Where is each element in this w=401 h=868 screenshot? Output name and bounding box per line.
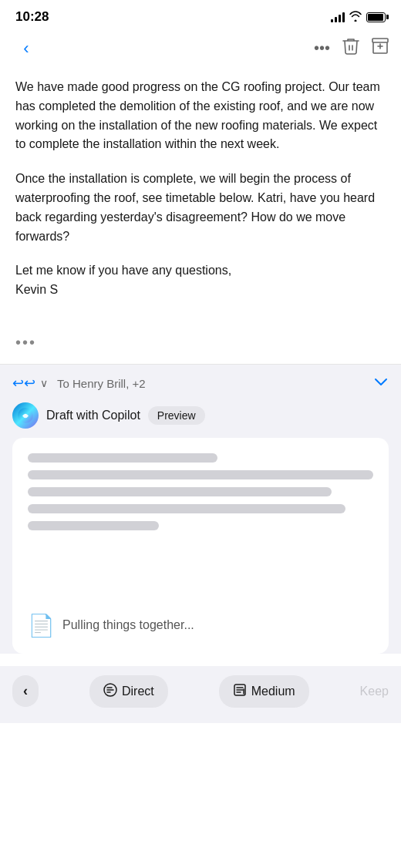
reply-button[interactable]: ↩↩: [12, 375, 35, 392]
nav-bar: ‹ •••: [0, 31, 401, 66]
delete-button[interactable]: [342, 37, 359, 59]
email-body: We have made good progress on the CG roo…: [15, 78, 386, 300]
reply-section: ↩↩ ∨ To Henry Brill, +2: [0, 365, 401, 654]
keep-button[interactable]: Keep: [360, 685, 389, 698]
email-content: We have made good progress on the CG roo…: [0, 66, 401, 328]
reply-to-label: To Henry Brill, +2: [57, 377, 146, 390]
copilot-row: Draft with Copilot Preview: [12, 402, 389, 429]
skeleton-line-4: [28, 504, 345, 513]
email-ellipsis: •••: [0, 328, 401, 364]
signal-icon: [331, 12, 345, 22]
reply-controls: ↩↩ ∨ To Henry Brill, +2: [12, 375, 146, 392]
skeleton-line-2: [28, 470, 373, 479]
back-button[interactable]: ‹: [12, 39, 40, 59]
reply-header: ↩↩ ∨ To Henry Brill, +2: [12, 374, 389, 393]
skeleton-line-1: [28, 453, 217, 463]
copilot-logo: [12, 402, 39, 429]
skeleton-line-3: [28, 487, 332, 496]
expand-button[interactable]: [373, 374, 389, 393]
copilot-label: Draft with Copilot: [46, 409, 140, 422]
more-button[interactable]: •••: [314, 39, 330, 57]
medium-button[interactable]: Medium: [219, 675, 309, 708]
medium-label: Medium: [251, 685, 295, 698]
archive-button[interactable]: [372, 38, 389, 59]
status-icons: [331, 11, 386, 24]
battery-icon: [366, 12, 386, 22]
email-paragraph-2: Once the installation is complete, we wi…: [15, 170, 386, 246]
wifi-icon: [349, 11, 362, 24]
pulling-row: 📄 Pulling things together...: [28, 613, 194, 638]
svg-rect-0: [372, 39, 388, 42]
pulling-text: Pulling things together...: [62, 618, 194, 632]
preview-badge[interactable]: Preview: [148, 406, 205, 425]
nav-actions: •••: [314, 37, 389, 59]
bottom-toolbar: ‹ Direct Medium Keep: [0, 666, 401, 723]
email-paragraph-3: Let me know if you have any questions, K…: [15, 261, 386, 300]
direct-icon: [103, 683, 117, 700]
draft-preview-card: 📄 Pulling things together...: [12, 438, 389, 654]
toolbar-back-button[interactable]: ‹: [12, 675, 39, 707]
status-time: 10:28: [15, 9, 49, 25]
reply-chevron-icon[interactable]: ∨: [40, 377, 48, 389]
status-bar: 10:28: [0, 0, 401, 31]
back-chevron-icon: ‹: [23, 683, 28, 699]
direct-button[interactable]: Direct: [89, 675, 168, 708]
direct-label: Direct: [122, 685, 154, 698]
skeleton-line-5: [28, 521, 159, 530]
pulling-icon: 📄: [28, 613, 55, 638]
email-paragraph-1: We have made good progress on the CG roo…: [15, 78, 386, 154]
tone-icon: [233, 683, 247, 700]
